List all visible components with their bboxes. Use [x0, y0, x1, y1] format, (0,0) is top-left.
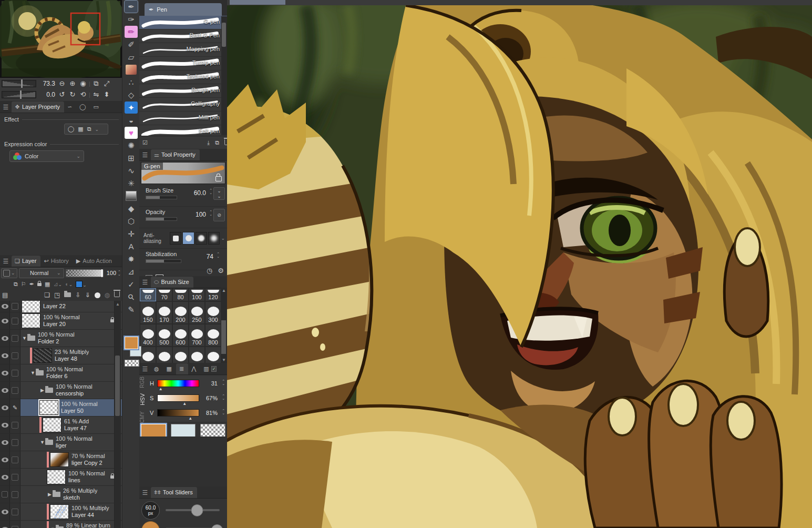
brush-size-500[interactable]: 500 [156, 324, 172, 347]
brush-size-800[interactable]: 800 [205, 324, 221, 347]
layer-visibility-cell[interactable] [0, 312, 10, 329]
tab-intermediate-color[interactable]: ▥✓ [200, 363, 221, 374]
eyedropper-tool[interactable]: ✎ [125, 303, 138, 316]
brush-size-slider[interactable] [166, 509, 220, 511]
subtool-item-milli-pen[interactable]: Milli pen [139, 111, 227, 125]
slider-spinner[interactable]: ⌃⌄ [222, 380, 225, 385]
layer-panel-menu-icon[interactable]: ☰ [1, 257, 11, 266]
color-mode-tab-cmy[interactable]: CMY [139, 411, 147, 423]
layer-thumbnail[interactable] [43, 418, 61, 432]
mask-dropdown[interactable]: ◐⌄ [65, 281, 73, 287]
merge-down-button[interactable]: ⇓ [85, 291, 90, 299]
tab-layer[interactable]: ❏Layer [12, 256, 40, 267]
h-value[interactable]: 31 [203, 380, 218, 387]
layer-visibility-cell[interactable] [0, 451, 10, 468]
layer-color-dropdown[interactable]: ⌄ [76, 281, 87, 288]
frame-border-tool[interactable]: ⊞ [125, 152, 138, 164]
canvas-artwork[interactable] [227, 5, 812, 528]
layer-palette-color-bar[interactable] [30, 348, 32, 363]
fit-to-navigator-button[interactable]: ⧉ [91, 79, 101, 88]
tab-layer-property[interactable]: ❖ Layer Property [12, 101, 64, 113]
expression-color-dropdown[interactable]: Color ⌄ [9, 150, 84, 162]
anti-aliasing-medium-button[interactable] [196, 232, 207, 245]
brush-size-400[interactable]: 400 [140, 324, 156, 347]
layer-visibility-cell[interactable] [0, 417, 10, 433]
brush-size-spinner[interactable]: ⌃⌄ [209, 189, 212, 194]
subtool-item-turnip-pen[interactable]: Turnip pen [139, 57, 227, 70]
stabilization-value[interactable]: 74 [196, 253, 213, 260]
layer-row-liger[interactable]: ▼100 % Normalliger [0, 434, 122, 451]
reset-rotation-button[interactable]: ⟲ [78, 90, 88, 98]
layer-row-layer-48[interactable]: 23 % MultiplyLayer 48 [0, 347, 122, 364]
new-folder-button[interactable] [64, 291, 71, 299]
layer-opacity-slider[interactable] [66, 269, 104, 277]
anti-aliasing-weak-button[interactable] [182, 232, 194, 245]
pen-tool[interactable]: ✒ [125, 1, 138, 13]
layer-visibility-cell[interactable] [0, 382, 10, 399]
v-value[interactable]: 81% [203, 410, 218, 416]
fit-to-screen-button[interactable]: ⤢ [101, 79, 112, 88]
tab-auto-action[interactable]: ▶Auto Action [73, 256, 116, 267]
layer-row-layer-22[interactable]: Layer 22 [0, 301, 122, 312]
layer-thumbnail[interactable] [47, 470, 66, 484]
tab-brush-stroke[interactable]: ∽ [64, 101, 76, 113]
layer-edit-cell[interactable] [10, 521, 20, 528]
layer-palette-color-bar[interactable] [39, 417, 42, 433]
correct-line-tool[interactable]: ✓ [125, 278, 138, 290]
tab-tone[interactable]: ◯ [76, 101, 90, 113]
layer-row-layer-44[interactable]: 100 % MultiplyLayer 44 [0, 503, 122, 521]
blend-mode-select[interactable]: Normal ⌄ [19, 268, 64, 278]
main-color-swatch[interactable] [125, 337, 138, 349]
chevron-right-icon[interactable]: ▶ [47, 492, 53, 497]
chevron-down-icon[interactable]: ▼ [22, 336, 27, 341]
layer-edit-cell[interactable] [10, 469, 20, 485]
tab-tool-property[interactable]: ⚌ Tool Property [151, 149, 200, 160]
layer-edit-cell[interactable] [10, 301, 20, 312]
layer-edit-cell[interactable] [10, 330, 20, 347]
layer-edit-cell[interactable] [10, 312, 20, 329]
transparent-color-swatch[interactable] [125, 360, 139, 367]
layer-visibility-cell[interactable] [0, 469, 10, 485]
layer-thumbnail[interactable] [50, 452, 69, 467]
slider-marker[interactable]: ▲ [159, 387, 163, 391]
brush-size-120[interactable]: 120 [205, 288, 221, 301]
stabilization-mini-slider[interactable] [146, 259, 181, 263]
transparent-swatch-large[interactable] [200, 424, 225, 437]
layer-palette-color-bar[interactable] [47, 452, 49, 468]
palette-color-dropdown[interactable]: ⌄ [1, 268, 17, 278]
chevron-down-icon[interactable]: ▼ [30, 370, 36, 375]
draft-layer-button[interactable]: ⚐ [21, 281, 26, 288]
zoom-in-button[interactable]: ⊕ [67, 79, 78, 87]
lock-transparent-pixels-button[interactable]: ▦ [45, 281, 50, 288]
tab-color-slider[interactable]: ≣ [176, 363, 188, 374]
unlock-icon[interactable] [215, 176, 222, 181]
layer-visibility-cell[interactable] [0, 521, 10, 528]
brush-size-mini-slider[interactable] [146, 196, 177, 199]
canvas-area[interactable] [227, 0, 812, 528]
layer-row-folder-2[interactable]: ▼100 % NormalFolder 2 [0, 330, 122, 347]
subtool-detail-button[interactable]: ⚙ [218, 267, 224, 275]
chevron-down-icon[interactable]: ▼ [39, 440, 45, 445]
layer-edit-cell[interactable] [10, 364, 20, 381]
layer-thumbnail[interactable] [50, 504, 69, 519]
tab-approximate-color[interactable]: ⋀ [188, 363, 200, 374]
tab-color-wheel[interactable]: ◍ [151, 363, 163, 374]
brush-size-70[interactable]: 70 [156, 288, 172, 301]
tab-color-set[interactable]: ▦ [163, 363, 176, 374]
new-raster-layer-button[interactable]: ❏ [44, 291, 50, 299]
brush-size-200[interactable]: 200 [172, 301, 189, 324]
import-subtool-button[interactable]: ⤓ [207, 139, 210, 146]
slider-spinner[interactable]: ⌃⌄ [222, 394, 225, 400]
apply-mask-button[interactable]: ◍ [105, 291, 110, 299]
opacity-options-button[interactable]: ⊘ [213, 209, 225, 221]
layer-scrollbar[interactable]: ▲ [114, 301, 121, 528]
opacity-value[interactable]: 100 [188, 211, 206, 218]
zoom-out-button[interactable]: ⊖ [57, 79, 67, 87]
brush-size-700[interactable]: 700 [189, 324, 205, 347]
chevron-right-icon[interactable]: ▶ [39, 388, 45, 393]
move-tool[interactable]: ✛ [125, 228, 138, 240]
brush-size-scrollbar[interactable]: ▲▼ [221, 288, 227, 363]
airbrush-tool[interactable]: ∴ [125, 76, 138, 88]
new-layer-dialog-button[interactable]: ◳ [54, 291, 60, 299]
duplicate-subtool-button[interactable]: ⧉ [215, 139, 219, 146]
